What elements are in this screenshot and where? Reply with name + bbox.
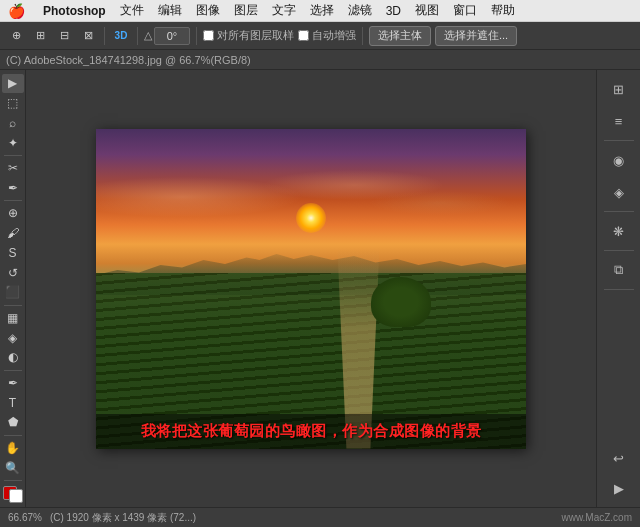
menu-photoshop[interactable]: Photoshop: [43, 4, 106, 18]
tool-zoom[interactable]: 🔍: [2, 458, 24, 477]
auto-enhance-option[interactable]: 自动增强: [298, 28, 356, 43]
angle-control[interactable]: △ 0°: [144, 27, 190, 45]
canvas-container: 我将把这张葡萄园的鸟瞰图，作为合成图像的背景: [96, 129, 526, 449]
tool-marquee[interactable]: ⬚: [2, 94, 24, 113]
rp-brush-icon[interactable]: ❋: [602, 216, 636, 246]
tool-gradient[interactable]: ▦: [2, 309, 24, 328]
all-layers-label: 对所有图层取样: [217, 28, 294, 43]
tool-clone[interactable]: S: [2, 244, 24, 263]
menu-3d[interactable]: 3D: [386, 4, 401, 18]
statusbar: 66.67% (C) 1920 像素 x 1439 像素 (72...) www…: [0, 507, 640, 527]
tool-blur[interactable]: ◈: [2, 328, 24, 347]
tool-dodge[interactable]: ◐: [2, 348, 24, 367]
rp-adjustments-icon[interactable]: ◉: [602, 145, 636, 175]
tool-intersect-selection[interactable]: ⊠: [78, 26, 98, 46]
tool-subtract-selection[interactable]: ⊟: [54, 26, 74, 46]
canvas-image[interactable]: [96, 129, 526, 449]
tool-3d-badge: 3D: [111, 26, 131, 46]
caption-text: 我将把这张葡萄园的鸟瞰图，作为合成图像的背景: [141, 422, 482, 439]
rp-color-icon[interactable]: ◈: [602, 177, 636, 207]
all-layers-checkbox[interactable]: [203, 30, 214, 41]
select-mask-button[interactable]: 选择并遮住...: [435, 26, 517, 46]
tool-new-selection[interactable]: ⊕: [6, 26, 26, 46]
menu-image[interactable]: 图像: [196, 2, 220, 19]
image-caption: 我将把这张葡萄园的鸟瞰图，作为合成图像的背景: [96, 414, 526, 449]
tool-quick-select[interactable]: ✦: [2, 133, 24, 152]
status-left: 66.67% (C) 1920 像素 x 1439 像素 (72...): [8, 511, 196, 525]
menu-select[interactable]: 选择: [310, 2, 334, 19]
tool-crop[interactable]: ✂: [2, 159, 24, 178]
rp-layers-icon[interactable]: ⊞: [602, 74, 636, 104]
tool-eraser[interactable]: ⬛: [2, 283, 24, 302]
tool-brush[interactable]: 🖌: [2, 224, 24, 243]
rp-properties-icon[interactable]: ≡: [602, 106, 636, 136]
tool-add-selection[interactable]: ⊞: [30, 26, 50, 46]
menu-file[interactable]: 文件: [120, 2, 144, 19]
tool-hand[interactable]: ✋: [2, 439, 24, 458]
tool-eyedropper[interactable]: ✒: [2, 179, 24, 198]
file-info-text: (C) AdobeStock_184741298.jpg @ 66.7%(RGB…: [6, 54, 251, 66]
auto-enhance-label: 自动增强: [312, 28, 356, 43]
image-dimensions: (C) 1920 像素 x 1439 像素 (72...): [50, 511, 196, 525]
tool-move[interactable]: ▶: [2, 74, 24, 93]
menu-filter[interactable]: 滤镜: [348, 2, 372, 19]
angle-icon: △: [144, 29, 152, 42]
tool-history-brush[interactable]: ↺: [2, 263, 24, 282]
zoom-level: 66.67%: [8, 512, 42, 523]
main-area: ▶ ⬚ ⌕ ✦ ✂ ✒ ⊕ 🖌 S ↺ ⬛ ▦ ◈ ◐ ✒ T ⬟ ✋ 🔍: [0, 70, 640, 507]
file-info-bar: (C) AdobeStock_184741298.jpg @ 66.7%(RGB…: [0, 50, 640, 70]
rp-actions-icon[interactable]: ▶: [602, 473, 636, 503]
menu-help[interactable]: 帮助: [491, 2, 515, 19]
menu-edit[interactable]: 编辑: [158, 2, 182, 19]
watermark: www.MacZ.com: [561, 512, 632, 523]
left-toolbar: ▶ ⬚ ⌕ ✦ ✂ ✒ ⊕ 🖌 S ↺ ⬛ ▦ ◈ ◐ ✒ T ⬟ ✋ 🔍: [0, 70, 26, 507]
menu-text[interactable]: 文字: [272, 2, 296, 19]
rp-channels-icon[interactable]: ⧉: [602, 255, 636, 285]
background-color[interactable]: [9, 489, 23, 503]
canvas-area: 我将把这张葡萄园的鸟瞰图，作为合成图像的背景: [26, 70, 596, 507]
tool-pen[interactable]: ✒: [2, 374, 24, 393]
auto-enhance-checkbox[interactable]: [298, 30, 309, 41]
menubar: 🍎 Photoshop 文件 编辑 图像 图层 文字 选择 滤镜 3D 视图 窗…: [0, 0, 640, 22]
angle-input[interactable]: 0°: [154, 27, 190, 45]
apple-menu[interactable]: 🍎: [8, 3, 25, 19]
tool-shape[interactable]: ⬟: [2, 413, 24, 432]
menu-window[interactable]: 窗口: [453, 2, 477, 19]
tool-healing[interactable]: ⊕: [2, 204, 24, 223]
tool-text[interactable]: T: [2, 393, 24, 412]
all-layers-option[interactable]: 对所有图层取样: [203, 28, 294, 43]
right-panel: ⊞ ≡ ◉ ◈ ❋ ⧉ ↩ ▶: [596, 70, 640, 507]
select-subject-button[interactable]: 选择主体: [369, 26, 431, 46]
rp-history-icon[interactable]: ↩: [602, 443, 636, 473]
menu-layer[interactable]: 图层: [234, 2, 258, 19]
menu-view[interactable]: 视图: [415, 2, 439, 19]
tool-lasso[interactable]: ⌕: [2, 113, 24, 132]
options-toolbar: ⊕ ⊞ ⊟ ⊠ 3D △ 0° 对所有图层取样 自动增强 选择主体 选择并遮住.…: [0, 22, 640, 50]
